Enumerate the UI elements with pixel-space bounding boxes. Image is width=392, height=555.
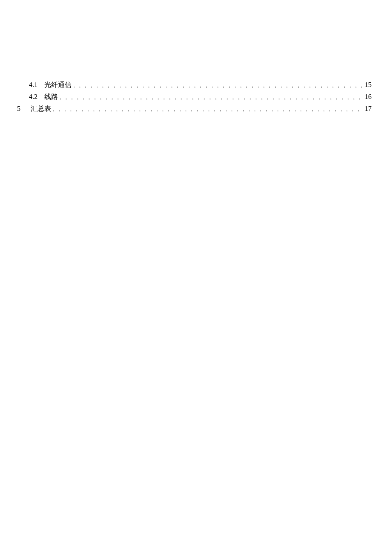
toc-entry-number: 5 — [17, 103, 20, 115]
toc-entry-title: 光纤通信 — [44, 79, 72, 91]
toc-dot-leader — [60, 91, 364, 103]
toc-entry-title: 汇总表 — [31, 103, 51, 115]
toc-dot-leader — [53, 103, 364, 115]
toc-entry-page: 15 — [365, 79, 372, 91]
toc-entry: 5 汇总表 17 — [17, 103, 372, 115]
toc-entry: 4.1 光纤通信 15 — [17, 79, 372, 91]
toc-dot-leader — [73, 79, 364, 91]
toc-entry-page: 16 — [365, 91, 372, 103]
toc-entry-page: 17 — [365, 103, 372, 115]
toc-entry-number: 4.2 — [29, 91, 37, 103]
table-of-contents: 4.1 光纤通信 15 4.2 线路 16 5 汇总表 17 — [17, 79, 372, 115]
toc-entry-number: 4.1 — [29, 79, 37, 91]
toc-entry: 4.2 线路 16 — [17, 91, 372, 103]
toc-entry-title: 线路 — [44, 91, 58, 103]
